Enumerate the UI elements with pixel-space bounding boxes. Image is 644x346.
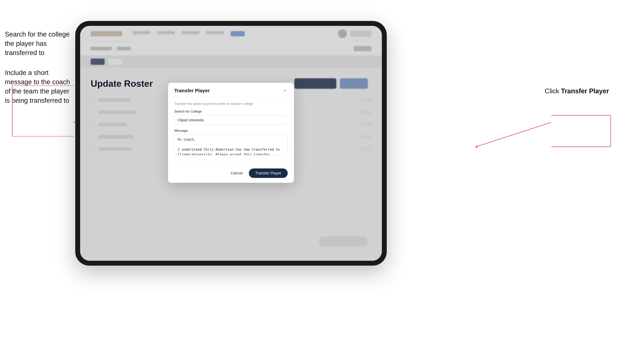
modal-body: Transfer the player and their profile to… [168, 97, 294, 165]
svg-line-4 [476, 122, 551, 147]
modal-header: Transfer Player × [168, 83, 294, 97]
cancel-button[interactable]: Cancel [228, 169, 246, 177]
annotation-left-container: Search for the college the player has tr… [5, 30, 72, 116]
modal-title: Transfer Player [174, 88, 210, 93]
message-label: Message [174, 129, 288, 133]
modal-overlay: Transfer Player × Transfer the player an… [80, 26, 382, 261]
search-college-group: Search for College [174, 110, 288, 125]
modal-close-button[interactable]: × [282, 88, 288, 94]
modal-footer: Cancel Transfer Player [168, 165, 294, 183]
annotation-right-container: Click Transfer Player [545, 87, 609, 95]
annotation-search-text: Search for the college the player has tr… [5, 30, 72, 58]
annotation-message-text: Include a short message to the coach of … [5, 68, 72, 105]
transfer-player-button[interactable]: Transfer Player [249, 169, 288, 178]
search-college-input[interactable] [174, 115, 288, 125]
message-group: Message Hi Coach, I understand Chris Rob… [174, 129, 288, 156]
search-college-label: Search for College [174, 110, 288, 113]
tablet-screen: Update Roster [80, 26, 382, 261]
tablet-frame: Update Roster [75, 21, 387, 266]
modal-description: Transfer the player and their profile to… [174, 102, 288, 106]
transfer-player-modal: Transfer Player × Transfer the player an… [168, 83, 294, 183]
annotation-click-text: Click [545, 87, 559, 95]
annotation-transfer-text: Transfer Player [561, 87, 609, 95]
message-textarea[interactable]: Hi Coach, I understand Chris Robertson h… [174, 134, 288, 155]
